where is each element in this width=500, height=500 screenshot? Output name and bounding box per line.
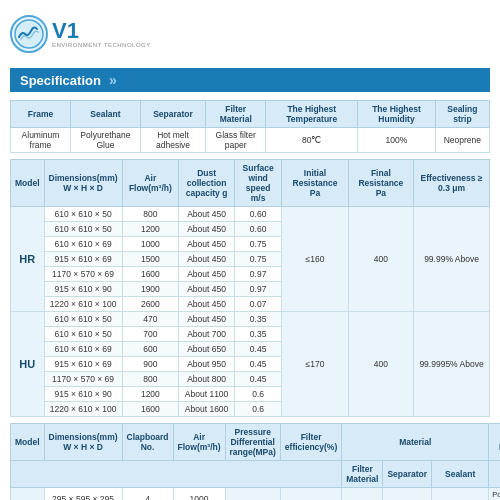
col-dimensions: Dimensions(mm)W × H × D — [44, 160, 122, 207]
hr-dim: 610 × 610 × 50 — [44, 207, 122, 222]
hr-dust: About 450 — [179, 207, 235, 222]
logo-subtitle: ENVIRONMENT TECHNOLOGY — [52, 42, 151, 48]
val-separator: Hot melt adhesive — [140, 128, 205, 153]
hr-dust: About 450 — [179, 267, 235, 282]
hr-wind: 0.75 — [234, 237, 281, 252]
header: V1 ENVIRONMENT TECHNOLOGY — [10, 10, 490, 58]
hv-blank — [11, 461, 342, 488]
hv-dim: 295 × 595 × 295 — [44, 488, 122, 501]
hr-dim: 915 × 610 × 69 — [44, 252, 122, 267]
col-airflow: Air Flow(m³/h) — [122, 160, 179, 207]
hr-dim: 610 × 610 × 50 — [44, 222, 122, 237]
hv-model-cell: HV — [11, 488, 45, 501]
v1-label: V1 — [52, 20, 151, 42]
hu-dim: 915 × 610 × 90 — [44, 387, 122, 402]
hr-dim: 1170 × 570 × 69 — [44, 267, 122, 282]
hv-sub-filter: Filter Material — [342, 461, 383, 488]
hr-wind: 0.97 — [234, 282, 281, 297]
hv-sub-sep: Separator — [383, 461, 432, 488]
col-sealing: Sealing strip — [435, 101, 489, 128]
val-sealant: Polyurethane Glue — [70, 128, 140, 153]
col-effectiveness: Effectiveness ≥ 0.3 μm — [414, 160, 490, 207]
hu-dim: 610 × 610 × 50 — [44, 312, 122, 327]
hu-wind: 0.45 — [234, 372, 281, 387]
hv-col-outer-frame: Outer Frame — [489, 424, 500, 461]
hu-dust: About 450 — [179, 312, 235, 327]
hu-dust: About 1600 — [179, 402, 235, 417]
hr-dim: 915 × 610 × 90 — [44, 282, 122, 297]
hr-dust: About 450 — [179, 297, 235, 312]
hr-airflow: 1500 — [122, 252, 179, 267]
logo-icon — [14, 19, 44, 49]
hr-dim: 1220 × 610 × 100 — [44, 297, 122, 312]
hu-final-resist: 400 — [348, 312, 413, 417]
hu-model-cell: HU — [11, 312, 45, 417]
hu-airflow: 900 — [122, 357, 179, 372]
hv-separator: Hot melt adhesive — [383, 488, 432, 501]
section-title-text: Specification — [20, 73, 101, 88]
hr-airflow: 1900 — [122, 282, 179, 297]
val-sealing: Neoprene — [435, 128, 489, 153]
hu-dust: About 650 — [179, 342, 235, 357]
hv-col-pressure: Pressure Differential range(MPa) — [225, 424, 280, 461]
col-separator: Separator — [140, 101, 205, 128]
hr-airflow: 1000 — [122, 237, 179, 252]
hv-col-dim: Dimensions(mm)W × H × D — [44, 424, 122, 461]
val-humidity: 100% — [358, 128, 436, 153]
hu-dust: About 800 — [179, 372, 235, 387]
hu-airflow: 600 — [122, 342, 179, 357]
hr-airflow: 2600 — [122, 297, 179, 312]
hr-dust: About 450 — [179, 222, 235, 237]
hr-airflow: 1200 — [122, 222, 179, 237]
hu-airflow: 800 — [122, 372, 179, 387]
col-init-resist: Initial Resistance Pa — [282, 160, 348, 207]
hu-wind: 0.45 — [234, 357, 281, 372]
hu-airflow: 470 — [122, 312, 179, 327]
col-highest-humidity: The Highest Humidity — [358, 101, 436, 128]
hv-filter-eff: 99.99% Sodium flame method — [280, 488, 341, 501]
col-final-resist: Final Resistance Pa — [348, 160, 413, 207]
hr-airflow: 1600 — [122, 267, 179, 282]
logo-circle — [10, 15, 48, 53]
hv-col-clap: Clapboard No. — [122, 424, 173, 461]
hu-dim: 610 × 610 × 69 — [44, 342, 122, 357]
hr-wind: 0.75 — [234, 252, 281, 267]
hv-sub-outer — [489, 461, 500, 488]
hv-airflow: 1000 — [173, 488, 225, 501]
hv-col-model: Model — [11, 424, 45, 461]
spec-overview-table: Frame Sealant Separator Filter Material … — [10, 100, 490, 153]
hr-dim: 610 × 610 × 69 — [44, 237, 122, 252]
hr-final-resist: 400 — [348, 207, 413, 312]
hu-wind: 0.6 — [234, 402, 281, 417]
hr-wind: 0.60 — [234, 222, 281, 237]
col-model: Model — [11, 160, 45, 207]
hu-wind: 0.35 — [234, 312, 281, 327]
val-temp: 80℃ — [266, 128, 358, 153]
hv-col-material-header: Material — [342, 424, 489, 461]
hv-pressure: <120 — [225, 488, 280, 501]
hu-dust: About 950 — [179, 357, 235, 372]
col-wind-speed: Surface windspeed m/s — [234, 160, 281, 207]
hv-outer-frame: Polystyrene frameGalvanized steel plateS… — [489, 488, 500, 501]
hu-wind: 0.35 — [234, 327, 281, 342]
section-title: Specification — [10, 68, 490, 92]
hv-filter-material: Glass filter paper — [342, 488, 383, 501]
hu-airflow: 1600 — [122, 402, 179, 417]
logo-v1-text: V1 ENVIRONMENT TECHNOLOGY — [52, 20, 151, 48]
hv-sealant: Polyurethane Glue — [432, 488, 489, 501]
page: V1 ENVIRONMENT TECHNOLOGY Specification … — [0, 0, 500, 500]
hu-dim: 1170 × 570 × 69 — [44, 372, 122, 387]
hu-effectiveness: 99.9995% Above — [414, 312, 490, 417]
hr-init-resist: ≤160 — [282, 207, 348, 312]
hv-col-filter-eff: Filter efficiency(%) — [280, 424, 341, 461]
hv-clap: 4 — [122, 488, 173, 501]
hr-wind: 0.07 — [234, 297, 281, 312]
col-sealant: Sealant — [70, 101, 140, 128]
val-frame: Aluminum frame — [11, 128, 71, 153]
col-highest-temp: The Highest Temperature — [266, 101, 358, 128]
col-dust: Dust collectioncapacity g — [179, 160, 235, 207]
hr-airflow: 800 — [122, 207, 179, 222]
hu-init-resist: ≤170 — [282, 312, 348, 417]
hr-dust: About 450 — [179, 252, 235, 267]
hr-model-cell: HR — [11, 207, 45, 312]
